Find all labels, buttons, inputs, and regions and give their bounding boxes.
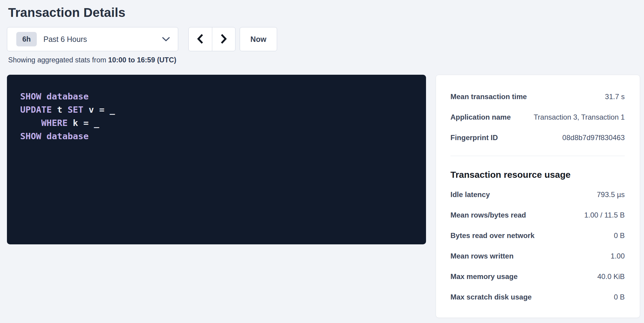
row-value: 08d8b7d97f830463	[562, 133, 625, 142]
sql-text	[20, 118, 41, 128]
sql-text: v = _	[84, 105, 115, 115]
sql-line: UPDATE t SET v = _	[20, 103, 417, 116]
row-label: Max scratch disk usage	[450, 293, 532, 301]
row-value: 31.7 s	[605, 93, 625, 101]
summary-row-bytes-read-over-network: Bytes read over network 0 B	[450, 225, 625, 246]
row-value: 1.00	[611, 252, 625, 260]
page-title: Transaction Details	[8, 5, 640, 20]
row-value: 0 B	[614, 293, 625, 301]
row-label: Application name	[450, 113, 511, 121]
chevron-right-icon	[220, 33, 228, 45]
stats-text-prefix: Showing aggregated stats from	[8, 56, 108, 64]
row-value: 793.5 µs	[597, 190, 625, 199]
sql-keyword: SHOW database	[20, 91, 89, 102]
sql-statement-box: SHOW database UPDATE t SET v = _ WHERE k…	[7, 75, 426, 244]
summary-row-application-name: Application name Transaction 3, Transact…	[450, 107, 625, 127]
resource-usage-heading: Transaction resource usage	[450, 169, 625, 181]
summary-row-max-memory-usage: Max memory usage 40.0 KiB	[450, 266, 625, 287]
sql-keyword: SHOW database	[20, 131, 89, 141]
chevron-down-icon	[162, 37, 170, 42]
aggregated-stats-text: Showing aggregated stats from 10:00 to 1…	[8, 56, 640, 64]
next-time-button[interactable]	[212, 27, 235, 51]
sql-text: k = _	[68, 118, 99, 128]
sql-text: t	[52, 105, 68, 115]
row-value: Transaction 3, Transaction 1	[534, 113, 625, 121]
card-divider	[450, 156, 625, 156]
sql-keyword: UPDATE	[20, 105, 52, 115]
row-value: 40.0 KiB	[597, 272, 625, 281]
summary-row-max-scratch-disk-usage: Max scratch disk usage 0 B	[450, 287, 625, 307]
time-step-button-group	[188, 27, 235, 51]
row-label: Mean transaction time	[450, 93, 527, 101]
row-value: 0 B	[614, 231, 625, 240]
chevron-left-icon	[196, 33, 204, 45]
transaction-details-page: Transaction Details 6h Past 6 Hours	[0, 0, 644, 318]
time-range-label: Past 6 Hours	[43, 35, 87, 44]
time-range-dropdown[interactable]: 6h Past 6 Hours	[7, 27, 178, 51]
row-label: Max memory usage	[450, 272, 518, 281]
sql-line: WHERE k = _	[20, 116, 417, 130]
row-value: 1.00 / 11.5 B	[584, 211, 625, 219]
row-label: Idle latency	[450, 190, 490, 199]
summary-row-idle-latency: Idle latency 793.5 µs	[450, 184, 625, 205]
summary-row-mean-rows-bytes-read: Mean rows/bytes read 1.00 / 11.5 B	[450, 205, 625, 225]
stats-time-range: 10:00 to 16:59 (UTC)	[108, 56, 176, 64]
transaction-summary-card: Mean transaction time 31.7 s Application…	[436, 75, 640, 318]
summary-row-mean-rows-written: Mean rows written 1.00	[450, 246, 625, 266]
sql-line: SHOW database	[20, 130, 417, 143]
sql-keyword: SET	[68, 105, 83, 115]
row-label: Fingerprint ID	[450, 133, 498, 142]
now-button[interactable]: Now	[240, 27, 277, 51]
summary-row-mean-transaction-time: Mean transaction time 31.7 s	[450, 86, 625, 107]
previous-time-button[interactable]	[189, 27, 212, 51]
row-label: Mean rows/bytes read	[450, 211, 526, 219]
row-label: Bytes read over network	[450, 231, 535, 240]
summary-row-fingerprint-id: Fingerprint ID 08d8b7d97f830463	[450, 127, 625, 148]
time-range-badge: 6h	[16, 32, 37, 46]
sql-keyword: WHERE	[41, 118, 68, 128]
sql-line: SHOW database	[20, 90, 417, 103]
main-content: SHOW database UPDATE t SET v = _ WHERE k…	[7, 75, 640, 318]
time-controls: 6h Past 6 Hours	[7, 27, 640, 51]
row-label: Mean rows written	[450, 252, 513, 260]
